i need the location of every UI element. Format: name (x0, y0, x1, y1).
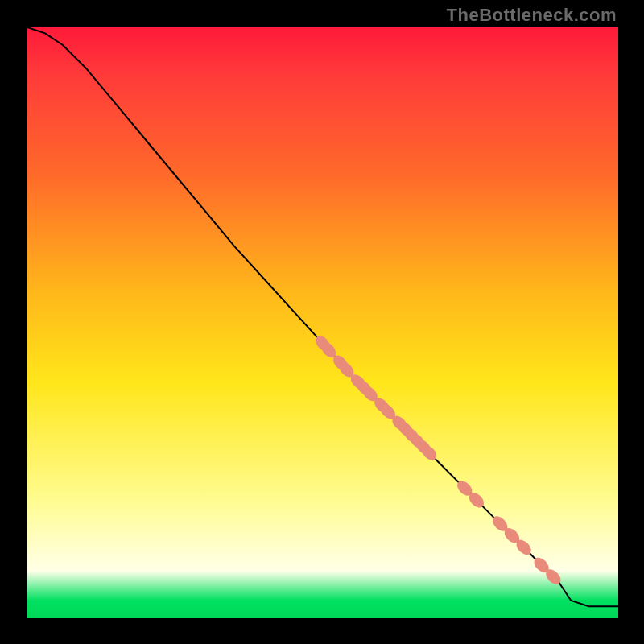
chart-overlay (27, 27, 618, 618)
watermark-text: TheBottleneck.com (447, 5, 617, 26)
curve-line (27, 27, 618, 606)
curve-markers (312, 333, 564, 587)
